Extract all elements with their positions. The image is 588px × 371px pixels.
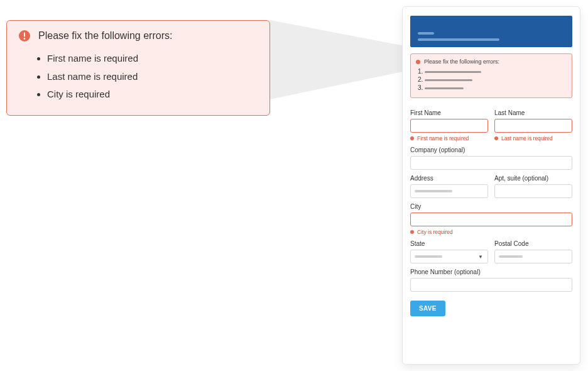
error-mini-list: [425, 68, 567, 91]
company-label: Company (optional): [410, 147, 572, 153]
postal-placeholder-skeleton: [499, 255, 523, 258]
error-list-item: City is required: [47, 86, 258, 104]
error-list-item: Last name is required: [47, 68, 258, 86]
city-input[interactable]: [410, 213, 572, 226]
first-name-input[interactable]: [410, 119, 488, 133]
state-label: State: [410, 240, 488, 247]
error-dot-icon: [410, 230, 414, 234]
company-input[interactable]: [410, 156, 572, 170]
city-error: City is required: [410, 229, 572, 235]
state-placeholder-skeleton: [415, 255, 442, 258]
svg-point-3: [24, 38, 26, 40]
error-list-item: First name is required: [47, 50, 258, 68]
alert-icon: [18, 30, 31, 42]
first-name-error: First name is required: [410, 135, 488, 141]
last-name-label: Last Name: [494, 109, 572, 116]
phone-label: Phone Number (optional): [410, 269, 572, 275]
error-banner-mini: Please fix the following errors:: [410, 53, 572, 98]
save-button[interactable]: SAVE: [410, 301, 445, 316]
form: First Name First name is required Last N…: [410, 104, 572, 316]
error-banner-title: Please fix the following errors:: [38, 30, 172, 42]
svg-rect-2: [24, 33, 25, 37]
error-dot-icon: [410, 136, 414, 140]
first-name-error-text: First name is required: [417, 135, 469, 141]
first-name-label: First Name: [410, 109, 488, 116]
phone-input[interactable]: [410, 278, 572, 292]
city-label: City: [410, 203, 572, 210]
svg-marker-0: [270, 20, 415, 99]
address-placeholder-skeleton: [415, 190, 452, 192]
apt-input[interactable]: [494, 184, 572, 198]
error-banner-callout: Please fix the following errors: First n…: [6, 20, 270, 116]
last-name-input[interactable]: [494, 119, 572, 133]
alert-dot-icon: [416, 60, 420, 64]
error-dot-icon: [494, 136, 498, 140]
error-list: First name is required Last name is requ…: [47, 50, 258, 104]
form-card: Please fix the following errors: First N…: [402, 6, 580, 365]
last-name-error: Last name is required: [494, 135, 572, 141]
hero-skeleton-long: [418, 38, 499, 41]
postal-label: Postal Code: [494, 240, 572, 247]
error-banner-mini-title: Please fix the following errors:: [424, 58, 499, 65]
error-mini-item: [425, 76, 567, 83]
header-hero: [410, 16, 572, 47]
hero-skeleton-short: [418, 32, 434, 35]
city-error-text: City is required: [417, 229, 453, 235]
address-label: Address: [410, 175, 488, 182]
error-mini-item: [425, 84, 567, 91]
error-mini-item: [425, 68, 567, 75]
last-name-error-text: Last name is required: [501, 135, 553, 141]
apt-label: Apt, suite (optional): [494, 175, 572, 182]
callout-connector: [270, 20, 415, 99]
